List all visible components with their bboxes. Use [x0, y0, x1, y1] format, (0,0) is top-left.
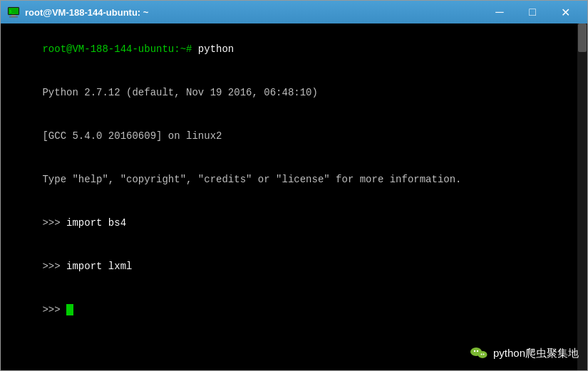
svg-text:$_: $_ — [9, 9, 15, 14]
scrollbar-thumb[interactable] — [578, 23, 587, 52]
terminal-line: >>> import bs4 — [6, 202, 582, 245]
svg-point-7 — [477, 350, 478, 352]
prompt: root@VM-188-144-ubuntu:~# — [42, 43, 197, 55]
command: python — [198, 43, 234, 55]
terminal-line: root@VM-188-144-ubuntu:~# python — [6, 28, 582, 71]
terminal-cursor — [66, 304, 73, 315]
window-controls: ─ □ ✕ — [483, 1, 582, 23]
watermark-text: python爬虫聚集地 — [493, 345, 579, 361]
svg-point-8 — [478, 351, 487, 358]
titlebar: $_ root@VM-188-144-ubuntu: ~ ─ □ ✕ — [1, 1, 587, 23]
titlebar-title: root@VM-188-144-ubuntu: ~ — [25, 7, 483, 18]
window-icon: $_ — [6, 5, 21, 19]
watermark: python爬虫聚集地 — [469, 343, 579, 363]
svg-rect-3 — [11, 15, 16, 16]
terminal-body[interactable]: root@VM-188-144-ubuntu:~# python Python … — [1, 23, 587, 370]
terminal-line: [GCC 5.4.0 20160609] on linux2 — [6, 115, 582, 158]
terminal-line: >>> import lxml — [6, 244, 582, 288]
terminal-window: $_ root@VM-188-144-ubuntu: ~ ─ □ ✕ root@… — [0, 0, 588, 371]
svg-rect-4 — [9, 16, 18, 18]
wechat-icon — [469, 343, 489, 363]
minimize-button[interactable]: ─ — [483, 1, 516, 23]
svg-point-9 — [480, 354, 482, 355]
terminal-line: Type "help", "copyright", "credits" or "… — [6, 158, 582, 202]
terminal-active-line: >>> — [6, 288, 582, 331]
svg-point-10 — [483, 354, 484, 355]
terminal-line: Python 2.7.12 (default, Nov 19 2016, 06:… — [6, 71, 582, 115]
svg-point-6 — [474, 350, 475, 352]
maximize-button[interactable]: □ — [516, 1, 549, 23]
scrollbar[interactable] — [577, 23, 587, 370]
close-button[interactable]: ✕ — [549, 1, 582, 23]
